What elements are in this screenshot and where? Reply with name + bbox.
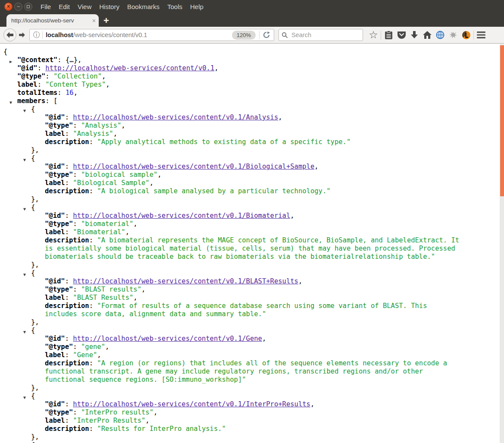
json-key: label [45,179,65,187]
json-open-brace: { [31,441,35,443]
menu-view[interactable]: View [74,1,95,12]
window-minimize-button[interactable]: − [14,3,22,11]
window-controls: × − [4,3,32,11]
json-link[interactable]: http://localhost/web-services/content/v0… [73,212,290,220]
scrollbar-thumb[interactable] [500,45,504,196]
url-bar[interactable]: ⓘ localhost/web-services/content/v0.1 12… [29,29,274,41]
json-colon: : [38,81,46,88]
page-content: {▶"@context": {…},"@id": http://localhos… [0,44,504,443]
reload-button[interactable] [263,31,270,38]
json-line: "@type": "BLAST results", [3,286,462,294]
json-line: "@type": "Collection", [3,72,462,81]
pocket-button[interactable] [395,28,408,41]
json-link[interactable]: http://localhost/web-services/content/v0… [73,335,262,342]
globe-extension-button[interactable] [434,28,447,41]
menu-panel-button[interactable] [475,28,488,41]
json-open-brace: { [3,48,7,56]
json-comma: , [141,286,145,293]
json-string: "Results for InterPro analysis." [97,425,226,433]
active-tab[interactable]: http://localhost/web-serv × [6,14,99,27]
json-open-brace: { [31,204,35,211]
extension-splat-button[interactable] [447,28,460,41]
json-comma: , [262,335,266,342]
search-box[interactable] [279,29,363,41]
json-colon: : [38,64,46,72]
json-open-brace: { [31,154,35,162]
json-colon: : [73,408,81,416]
json-line: totalItems: 16, [3,89,462,97]
site-info-icon[interactable]: ⓘ [33,31,40,40]
json-close-brace: }, [31,146,39,154]
splat-extension-icon [449,31,457,39]
search-input[interactable] [291,31,360,39]
json-string: "BLAST Results" [73,294,133,302]
bookmarks-menu-button[interactable] [382,28,395,41]
menu-edit[interactable]: Edit [55,1,74,12]
json-line: "@id": http://localhost/web-services/con… [3,335,462,343]
window-titlebar: × − File Edit View History Bookmarks Too… [0,0,504,13]
json-comma: , [133,220,137,228]
json-string: "biomaterial" [81,220,133,228]
url-text[interactable]: localhost/web-services/content/v0.1 [46,31,232,38]
json-string: "biological sample" [81,171,157,179]
json-colon: : [89,359,97,367]
json-key: "@type" [45,343,73,351]
menu-help[interactable]: Help [186,1,207,12]
window-maximize-button[interactable] [24,3,32,11]
json-string: "Collection" [53,72,102,80]
menu-bookmarks[interactable]: Bookmarks [123,1,163,12]
json-line: ▼{ [3,204,462,212]
json-link[interactable]: http://localhost/web-services/content/v0… [45,64,214,72]
json-colon: : [65,113,73,121]
json-colon: : [65,163,73,170]
json-open-bracket: [ [53,97,57,105]
json-line: "@type": "gene", [3,343,462,351]
json-key: "@id" [45,277,65,285]
json-key: totalItems [17,89,57,97]
tab-bar: http://localhost/web-serv × + [0,13,504,27]
json-string: "Biological Sample" [73,179,149,187]
menu-file[interactable]: File [37,1,55,12]
json-colon: : [65,179,73,187]
json-string: "Content Types" [45,81,106,88]
json-colon: : [65,417,73,424]
back-button[interactable] [3,28,16,41]
json-close-brace: }, [31,261,39,269]
json-link[interactable]: http://localhost/web-services/content/v0… [73,113,278,121]
home-button[interactable] [421,28,434,41]
menu-history[interactable]: History [95,1,123,12]
bookmark-star-button[interactable]: ☆ [367,28,380,41]
json-comma: , [133,294,137,302]
menu-tools[interactable]: Tools [163,1,186,12]
json-key: "@type" [45,122,73,129]
json-colon: : [65,212,73,220]
forward-button[interactable] [17,30,27,40]
toolbar-icons: ☆ [367,28,488,41]
json-line: label: "Content Types", [3,81,462,89]
json-link[interactable]: http://localhost/web-services/content/v0… [73,400,310,408]
json-key: description [45,425,89,433]
toolbar-separator [381,31,381,40]
clipboard-icon [385,31,393,40]
vertical-scrollbar[interactable] [500,44,504,443]
json-link[interactable]: http://localhost/web-services/content/v0… [73,277,298,285]
json-key: description [45,138,89,146]
new-tab-button[interactable]: + [103,16,109,25]
json-colon: : [89,425,97,433]
window-close-button[interactable]: × [4,3,13,11]
json-string: "InterPro Results" [73,417,145,424]
json-line: "@type": "Analysis", [3,122,462,130]
json-line: }, [3,261,462,269]
json-line: ▼{ [3,441,462,443]
toolbar-separator-2 [473,31,474,40]
downloads-button[interactable] [408,28,421,41]
tab-close-icon[interactable]: × [92,17,96,24]
json-string: "Gene" [73,351,97,359]
json-key: "@id" [45,163,65,170]
tab-title-fade [78,17,90,24]
zoom-level-badge[interactable]: 120% [232,31,256,40]
json-colon: : [73,171,81,179]
extension-orange-button[interactable] [460,28,473,41]
json-line: ▼{ [3,269,462,277]
json-link[interactable]: http://localhost/web-services/content/v0… [73,163,314,170]
